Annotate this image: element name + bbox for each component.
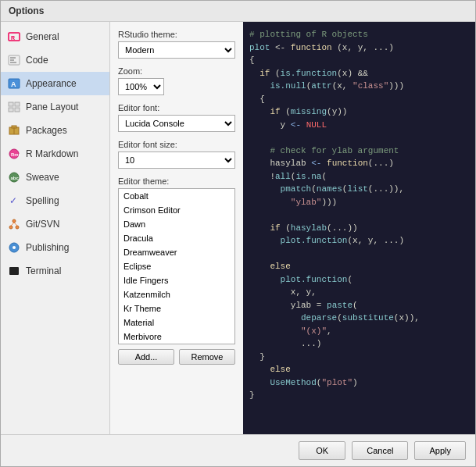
add-theme-button[interactable]: Add... bbox=[118, 349, 174, 365]
code-line: "(x)", bbox=[249, 325, 469, 338]
dialog-body: RGeneralCodeAAppearancePane LayoutPackag… bbox=[1, 22, 475, 434]
code-line: if (missing(y)) bbox=[249, 105, 469, 119]
options-dialog: Options RGeneralCodeAAppearancePane Layo… bbox=[0, 0, 476, 467]
code-line: { bbox=[249, 93, 469, 106]
svg-line-23 bbox=[11, 223, 14, 226]
code-line: is.null(attr(x, "class"))) bbox=[249, 80, 469, 93]
sidebar-item-label-general: General bbox=[26, 31, 59, 42]
sidebar-item-publishing[interactable]: Publishing bbox=[1, 236, 109, 259]
svg-point-20 bbox=[13, 219, 16, 223]
r-markdown-icon: Rmd bbox=[7, 147, 21, 161]
sidebar-item-label-packages: Packages bbox=[26, 125, 67, 136]
main-content: RStudio theme: ModernClassicSkyDark Zoom… bbox=[110, 22, 475, 434]
sidebar-item-pane-layout[interactable]: Pane Layout bbox=[1, 95, 109, 119]
theme-list-item[interactable]: Katzenmilch bbox=[119, 287, 234, 301]
code-line: !all(is.na( bbox=[249, 170, 469, 184]
svg-text:A: A bbox=[11, 80, 16, 88]
svg-rect-9 bbox=[15, 102, 20, 106]
code-line: x, y, bbox=[249, 286, 469, 299]
code-line: ylab = paste( bbox=[249, 299, 469, 312]
editor-font-size-select[interactable]: 89101112141618 bbox=[118, 152, 235, 169]
sidebar-item-code[interactable]: Code bbox=[1, 48, 109, 72]
spelling-icon: ✓ bbox=[7, 194, 21, 208]
code-line: # plotting of R objects bbox=[249, 28, 469, 41]
sidebar-item-general[interactable]: RGeneral bbox=[1, 25, 109, 48]
dialog-footer: OK Cancel Apply bbox=[1, 434, 475, 466]
code-line: ...) bbox=[249, 337, 469, 351]
rstudio-theme-select[interactable]: ModernClassicSkyDark bbox=[118, 41, 235, 59]
theme-list-container: CobaltCrimson EditorDawnDraculaDreamweav… bbox=[118, 188, 235, 344]
zoom-label: Zoom: bbox=[118, 66, 235, 76]
theme-list-item[interactable]: Eclipse bbox=[119, 259, 234, 273]
appearance-icon: A bbox=[7, 77, 21, 91]
theme-list-item[interactable]: Dreamweaver bbox=[119, 245, 234, 259]
code-line: plot <- function (x, y, ...) bbox=[249, 41, 469, 55]
editor-font-size-group: Editor font size: 89101112141618 bbox=[118, 140, 235, 169]
dialog-title: Options bbox=[9, 5, 44, 16]
sidebar-item-label-appearance: Appearance bbox=[26, 78, 77, 89]
code-line: else bbox=[249, 363, 469, 376]
rstudio-theme-label: RStudio theme: bbox=[118, 30, 235, 39]
svg-rect-11 bbox=[15, 108, 20, 112]
pane-layout-icon bbox=[7, 100, 21, 114]
sidebar-item-label-git-svn: Git/SVN bbox=[26, 219, 59, 230]
code-line: plot.function(x, y, ...) bbox=[249, 234, 469, 248]
code-line: } bbox=[249, 389, 469, 402]
publishing-icon bbox=[7, 241, 21, 255]
code-line: } bbox=[249, 351, 469, 364]
sidebar-item-label-spelling: Spelling bbox=[26, 195, 59, 206]
sidebar-item-git-svn[interactable]: Git/SVN bbox=[1, 212, 109, 236]
sidebar-item-label-sweave: Sweave bbox=[26, 172, 59, 183]
rstudio-theme-group: RStudio theme: ModernClassicSkyDark bbox=[118, 30, 235, 59]
sidebar-item-label-terminal: Terminal bbox=[26, 266, 61, 276]
sidebar-item-r-markdown[interactable]: RmdR Markdown bbox=[1, 142, 109, 166]
ok-button[interactable]: OK bbox=[299, 441, 345, 460]
sidebar-item-label-r-markdown: R Markdown bbox=[26, 148, 78, 159]
sidebar-item-sweave[interactable]: abcSweave bbox=[1, 166, 109, 189]
sidebar-item-packages[interactable]: Packages bbox=[1, 119, 109, 142]
theme-list-item[interactable]: Cobalt bbox=[119, 189, 234, 203]
code-line: # check for ylab argument bbox=[249, 144, 469, 158]
sidebar-item-terminal[interactable]: Terminal bbox=[1, 259, 109, 283]
svg-rect-8 bbox=[9, 102, 13, 106]
title-bar: Options bbox=[1, 1, 475, 22]
theme-list-item[interactable]: Dracula bbox=[119, 231, 234, 245]
svg-rect-27 bbox=[9, 267, 19, 275]
sidebar-item-appearance[interactable]: AAppearance bbox=[1, 72, 109, 95]
zoom-row: 75%80%90%100%110%125%150%175%200% bbox=[118, 78, 235, 95]
theme-list-item[interactable]: Merbivore Soft bbox=[119, 344, 234, 344]
theme-list-item[interactable]: Dawn bbox=[119, 217, 234, 231]
code-line: y <- NULL bbox=[249, 119, 469, 132]
code-preview: # plotting of R objectsplot <- function … bbox=[243, 22, 475, 434]
code-line: else bbox=[249, 260, 469, 273]
apply-button[interactable]: Apply bbox=[414, 441, 466, 460]
svg-point-21 bbox=[9, 226, 13, 229]
sidebar-item-spelling[interactable]: ✓Spelling bbox=[1, 189, 109, 212]
editor-font-size-label: Editor font size: bbox=[118, 140, 235, 149]
remove-theme-button[interactable]: Remove bbox=[179, 349, 235, 365]
cancel-button[interactable]: Cancel bbox=[352, 441, 408, 460]
code-icon bbox=[7, 53, 21, 67]
editor-theme-group: Editor theme: CobaltCrimson EditorDawnDr… bbox=[118, 176, 235, 365]
theme-list-item[interactable]: Crimson Editor bbox=[119, 203, 234, 217]
svg-text:abc: abc bbox=[11, 176, 20, 180]
code-line: { bbox=[249, 54, 469, 67]
editor-font-select[interactable]: Lucida ConsoleCourier NewConsolasMonaco bbox=[118, 115, 235, 132]
code-line: plot.function( bbox=[249, 273, 469, 287]
svg-text:Rmd: Rmd bbox=[11, 152, 20, 157]
theme-list-item[interactable]: Idle Fingers bbox=[119, 273, 234, 287]
theme-list-item[interactable]: Merbivore bbox=[119, 330, 234, 344]
packages-icon bbox=[7, 123, 21, 137]
editor-font-label: Editor font: bbox=[118, 103, 235, 112]
code-line: deparse(substitute(x)), bbox=[249, 312, 469, 325]
code-line: pmatch(names(list(...)), bbox=[249, 183, 469, 196]
svg-line-24 bbox=[14, 223, 17, 226]
code-line bbox=[249, 209, 469, 222]
theme-list-item[interactable]: Material bbox=[119, 315, 234, 330]
sidebar-item-label-code: Code bbox=[26, 55, 48, 66]
sweave-icon: abc bbox=[7, 170, 21, 184]
zoom-select[interactable]: 75%80%90%100%110%125%150%175%200% bbox=[118, 78, 164, 95]
theme-list-item[interactable]: Kr Theme bbox=[119, 301, 234, 315]
editor-theme-label: Editor theme: bbox=[118, 176, 235, 186]
code-line: if (hasylab(...)) bbox=[249, 222, 469, 235]
